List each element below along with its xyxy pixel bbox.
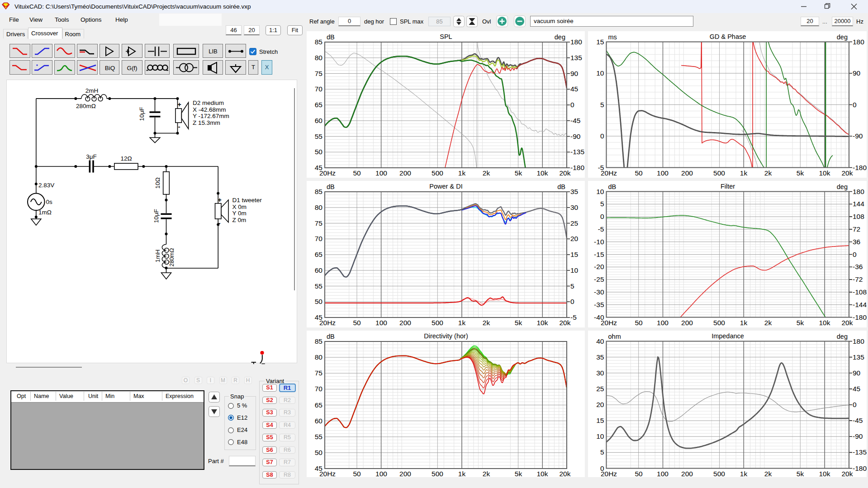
svg-text:5: 5: [570, 282, 574, 290]
svg-text:-15: -15: [594, 251, 604, 258]
svg-text:-90: -90: [570, 133, 581, 140]
svg-text:-20: -20: [594, 263, 604, 270]
svg-text:70: 70: [315, 385, 323, 393]
svg-text:75: 75: [315, 219, 323, 227]
svg-text:55: 55: [315, 133, 323, 140]
svg-text:1k: 1k: [458, 169, 466, 177]
svg-text:-144: -144: [853, 301, 867, 308]
svg-text:135: 135: [570, 54, 582, 62]
svg-text:180: 180: [853, 337, 864, 345]
svg-text:90: 90: [570, 70, 579, 77]
svg-text:60: 60: [315, 266, 323, 274]
svg-text:500: 500: [432, 319, 443, 327]
svg-text:100: 100: [375, 169, 387, 177]
svg-text:20Hz: 20Hz: [601, 470, 617, 478]
svg-text:ohm: ohm: [608, 333, 621, 340]
svg-text:72: 72: [853, 225, 860, 233]
svg-text:Directivity (hor): Directivity (hor): [424, 332, 468, 340]
svg-text:65: 65: [315, 251, 323, 258]
svg-text:0: 0: [570, 298, 574, 305]
svg-text:-35: -35: [594, 301, 604, 308]
svg-text:1k: 1k: [740, 169, 748, 177]
svg-text:90: 90: [853, 69, 861, 77]
svg-text:deg: deg: [837, 333, 848, 340]
svg-text:D2 medium: D2 medium: [193, 99, 224, 106]
svg-text:50: 50: [315, 449, 323, 456]
svg-text:0s: 0s: [46, 199, 53, 205]
svg-text:GD & Phase: GD & Phase: [710, 33, 746, 40]
svg-text:BiQ: BiQ: [104, 65, 115, 71]
svg-text:10k: 10k: [537, 169, 548, 177]
svg-text:30: 30: [596, 369, 604, 377]
svg-text:5k: 5k: [797, 169, 804, 177]
svg-text:80: 80: [315, 54, 323, 62]
svg-text:0: 0: [853, 101, 857, 109]
svg-text:200: 200: [681, 470, 693, 478]
svg-text:1mH: 1mH: [154, 249, 161, 262]
svg-text:2k: 2k: [483, 319, 490, 327]
svg-text:5k: 5k: [515, 319, 522, 327]
svg-text:200: 200: [399, 169, 411, 177]
svg-text:20Hz: 20Hz: [319, 319, 336, 327]
svg-text:45: 45: [853, 385, 860, 393]
svg-text:100: 100: [375, 470, 387, 477]
svg-text:180: 180: [570, 38, 582, 46]
svg-text:-45: -45: [570, 117, 580, 124]
svg-text:1k: 1k: [740, 319, 748, 327]
svg-text:dB: dB: [327, 333, 335, 340]
svg-text:deg: deg: [837, 33, 848, 41]
svg-text:20Hz: 20Hz: [319, 169, 336, 177]
svg-text:-72: -72: [853, 275, 863, 283]
svg-text:X 0m: X 0m: [232, 203, 247, 210]
svg-text:2k: 2k: [764, 169, 772, 177]
svg-text:5: 5: [600, 200, 604, 208]
svg-text:-135: -135: [570, 148, 584, 156]
svg-text:Power & DI: Power & DI: [429, 183, 462, 190]
svg-text:25: 25: [570, 219, 578, 227]
svg-text:dB: dB: [327, 183, 335, 190]
svg-text:12Ω: 12Ω: [120, 155, 132, 162]
svg-text:2k: 2k: [764, 470, 772, 478]
svg-text:0: 0: [600, 213, 604, 220]
svg-text:200: 200: [399, 319, 411, 327]
svg-text:deg: deg: [555, 33, 565, 41]
svg-text:35: 35: [570, 188, 578, 195]
svg-text:10: 10: [596, 188, 604, 195]
svg-text:80: 80: [315, 204, 323, 211]
svg-text:10Ω: 10Ω: [154, 177, 161, 189]
svg-text:5: 5: [600, 448, 604, 456]
svg-text:Filter: Filter: [721, 183, 735, 190]
svg-text:1mΩ: 1mΩ: [38, 208, 52, 215]
svg-text:dB: dB: [327, 33, 335, 41]
svg-text:20Hz: 20Hz: [601, 319, 617, 327]
svg-text:55: 55: [315, 433, 323, 441]
svg-text:-90: -90: [853, 132, 863, 140]
svg-text:50: 50: [353, 319, 361, 327]
svg-text:+: +: [178, 100, 181, 108]
svg-text:50: 50: [315, 298, 323, 305]
svg-text:10: 10: [570, 266, 579, 274]
svg-text:SPL: SPL: [440, 33, 452, 40]
svg-text:G(f): G(f): [127, 65, 137, 71]
svg-text:3μF: 3μF: [86, 153, 97, 160]
svg-text:-5: -5: [570, 313, 577, 321]
svg-text:60: 60: [315, 417, 323, 425]
svg-text:-: -: [178, 123, 180, 130]
svg-text:-90: -90: [853, 432, 863, 440]
svg-text:15: 15: [596, 38, 604, 46]
svg-text:50: 50: [635, 319, 643, 327]
svg-text:20: 20: [570, 235, 579, 242]
svg-text:280mΩ: 280mΩ: [169, 248, 175, 266]
svg-text:50: 50: [353, 470, 361, 477]
svg-text:-180: -180: [853, 164, 867, 171]
svg-text:Y -172.67mm: Y -172.67mm: [193, 113, 229, 119]
svg-text:1k: 1k: [458, 319, 466, 327]
svg-text:200: 200: [681, 319, 693, 327]
svg-text:0: 0: [600, 132, 604, 140]
svg-text:5k: 5k: [515, 169, 522, 177]
svg-text:10k: 10k: [537, 319, 548, 327]
svg-text:-108: -108: [853, 288, 867, 296]
svg-text:36: 36: [853, 238, 860, 246]
svg-text:100: 100: [657, 169, 669, 177]
svg-text:108: 108: [853, 213, 864, 220]
